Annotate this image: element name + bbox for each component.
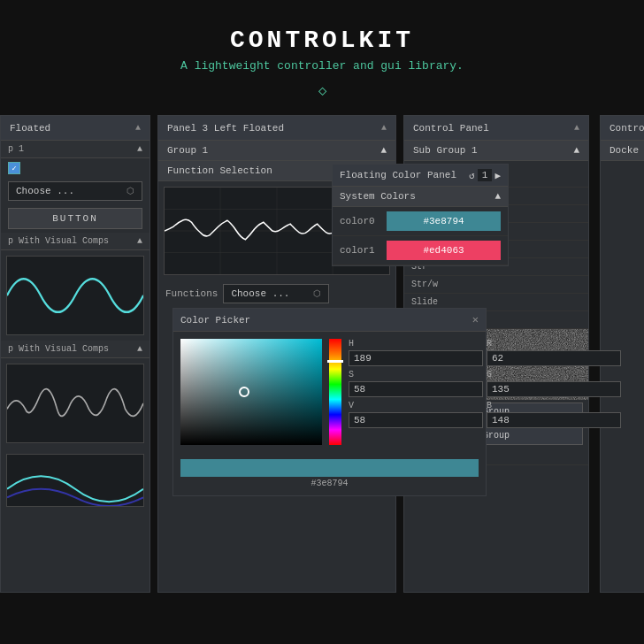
color-row-1[interactable]: color1 #ed4063 <box>333 236 508 265</box>
cp-title: Color Picker <box>180 315 250 326</box>
sys-colors-chevron: ▲ <box>494 191 501 202</box>
cp-r-label: R <box>487 339 621 349</box>
functions-label: Functions <box>165 288 218 299</box>
color1-value: #ed4063 <box>423 245 464 256</box>
cp-s-input[interactable] <box>349 381 483 397</box>
sine-svg-2 <box>7 364 143 442</box>
select-box-left[interactable]: Choose ... ⬡ <box>8 181 142 201</box>
ctrl-button[interactable]: BUTTON <box>8 208 142 229</box>
cp-h-row: H <box>349 339 483 366</box>
cp-v-label: V <box>349 401 483 410</box>
cp-r-input[interactable] <box>487 350 621 366</box>
visual-comps-chevron: ▲ <box>137 236 142 246</box>
docked-subheader: Docke <box>601 141 644 161</box>
sine-canvas-3 <box>6 454 144 507</box>
panel-group1-header: Panel 3 Left Floated ▲ <box>158 116 395 141</box>
visual-comps-label: p With Visual Comps ▲ <box>1 233 150 250</box>
group1-label: Group 1 <box>167 145 208 156</box>
sine-graph-2 <box>1 358 150 448</box>
cp-hue-cursor <box>327 360 343 363</box>
panel-control-title: Control Panel <box>413 123 489 134</box>
cp-g-row: G <box>487 370 621 397</box>
cp-s-label: S <box>349 370 483 380</box>
panel-left-floated: Floated ▲ p 1 ▲ ✓ Choose ... ⬡ BUTTON <box>0 115 150 593</box>
sine-svg-3 <box>7 455 143 506</box>
cp-close-button[interactable]: ✕ <box>472 313 479 326</box>
cp-g-input[interactable] <box>487 381 621 397</box>
panel-group1-title: Panel 3 Left Floated <box>167 123 284 134</box>
sine-graph-3 <box>1 448 150 512</box>
checkbox-row[interactable]: ✓ <box>1 158 150 178</box>
select-label-left: Choose ... <box>16 186 74 196</box>
panel-docked-title: Contro <box>610 123 644 134</box>
cp-body: H R S G V B <box>173 332 486 452</box>
visual-comps-label-2: p With Visual Comps ▲ <box>1 341 150 358</box>
ctrl-strw-label: Str/w <box>411 280 438 289</box>
app-title: CONTROLKIT <box>0 27 644 54</box>
color-row-0[interactable]: color0 #3e8794 <box>333 207 508 236</box>
fcp-header: Floating Color Panel ↺ 1 ▶ <box>333 165 508 187</box>
subgroup1-header: Sub Group 1 ▲ <box>404 141 588 161</box>
cp-preview-swatch <box>180 459 479 477</box>
sine-graph-1 <box>1 250 150 341</box>
docked-label: Docke <box>610 145 639 156</box>
cp-b-label: B <box>487 401 621 410</box>
cp-g-label: G <box>487 370 621 380</box>
cp-v-input[interactable] <box>349 412 483 428</box>
app-subtitle: A lightweight controller and gui library… <box>0 59 644 73</box>
cp-hex-value: #3e8794 <box>180 477 479 488</box>
cp-hue-strip[interactable] <box>329 339 341 445</box>
color0-label: color0 <box>340 216 380 226</box>
cp-b-input[interactable] <box>487 412 621 428</box>
panel-group1-chevron: ▲ <box>381 123 387 133</box>
cp-b-row: B <box>487 401 621 428</box>
panel-left-title: Floated <box>10 123 50 134</box>
cp-h-input[interactable] <box>349 350 483 366</box>
visual-comps-chevron-2: ▲ <box>137 344 142 354</box>
cp-footer: #3e8794 <box>173 452 486 495</box>
header-icon: ⬦ <box>0 80 644 102</box>
panel-control-header: Control Panel ▲ <box>404 116 588 141</box>
group1-subheader: Group 1 ▲ <box>158 141 395 161</box>
ctrl-strw: Str/w <box>404 276 588 294</box>
cp-v-row: V <box>349 401 483 428</box>
subgroup-chevron: ▲ <box>137 144 142 154</box>
color-picker-panel: Color Picker ✕ H R S <box>172 308 487 496</box>
cp-r-row: R <box>487 339 621 366</box>
header: CONTROLKIT A lightweight controller and … <box>0 0 644 115</box>
panel-left-header: Floated ▲ <box>1 116 150 141</box>
fcp-controls: ↺ 1 ▶ <box>469 169 501 181</box>
checkbox-check: ✓ <box>12 164 16 173</box>
functions-select-label: Choose ... <box>231 288 289 299</box>
panel-left-chevron: ▲ <box>135 123 141 133</box>
cp-gradient-picker[interactable] <box>180 339 322 445</box>
sine-svg-1 <box>7 257 143 334</box>
color0-value: #3e8794 <box>423 216 464 226</box>
panel-control-chevron: ▲ <box>574 123 579 133</box>
fcp-counter: 1 <box>478 169 493 181</box>
sys-colors-label: System Colors <box>340 191 416 202</box>
functions-row: Functions Choose ... ⬡ <box>158 280 395 307</box>
select-row-left[interactable]: Choose ... ⬡ <box>1 178 150 204</box>
subgroup1-chevron: ▲ <box>573 145 579 156</box>
functions-select[interactable]: Choose ... ⬡ <box>223 284 329 303</box>
color1-label: color1 <box>340 245 380 256</box>
color1-swatch[interactable]: #ed4063 <box>387 241 501 260</box>
fcp-forward-icon[interactable]: ▶ <box>494 170 501 181</box>
subgroup-p1: p 1 ▲ <box>1 141 150 158</box>
fcp-refresh-icon[interactable]: ↺ <box>469 170 475 181</box>
panel-docked-header: Contro <box>601 116 644 141</box>
checkbox[interactable]: ✓ <box>8 162 20 174</box>
functions-select-arrow: ⬡ <box>313 288 321 299</box>
cp-h-label: H <box>349 339 483 349</box>
group1-chevron: ▲ <box>380 145 387 156</box>
fcp-title: Floating Color Panel <box>340 170 464 180</box>
func-sel-label: Function Selection <box>167 165 272 176</box>
button-row[interactable]: BUTTON <box>1 204 150 233</box>
color0-swatch[interactable]: #3e8794 <box>387 211 501 231</box>
cp-cursor <box>239 387 249 397</box>
floating-color-panel: Floating Color Panel ↺ 1 ▶ System Colors… <box>332 164 509 266</box>
sine-canvas-2 <box>6 364 144 443</box>
cp-header: Color Picker ✕ <box>173 309 486 332</box>
sys-colors-header: System Colors ▲ <box>333 187 508 207</box>
